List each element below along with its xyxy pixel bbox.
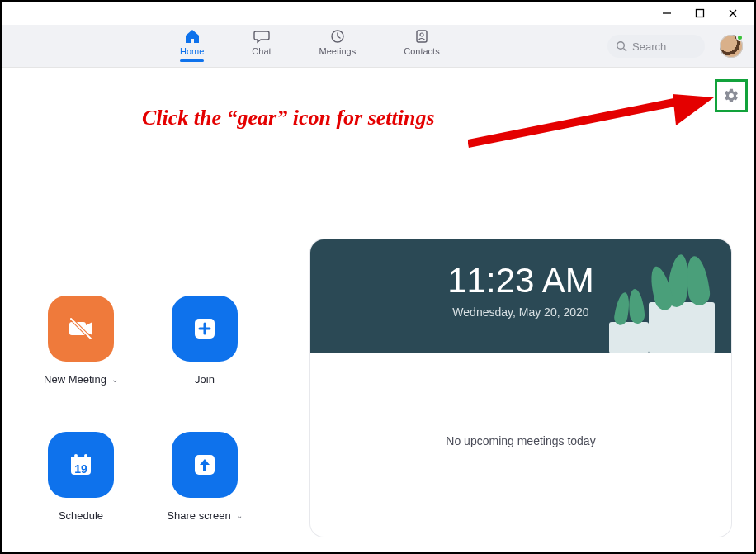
tab-label: Meetings: [319, 46, 357, 56]
calendar-day: 19: [74, 462, 87, 476]
presence-indicator: [736, 34, 744, 41]
schedule-button[interactable]: 19 Schedule: [31, 432, 130, 522]
action-label: Schedule: [59, 509, 103, 522]
gear-icon: [723, 88, 739, 104]
window-titlebar: [2, 2, 754, 25]
meetings-panel: 11:23 AM Wednesday, May 20, 2020 No upco…: [310, 239, 731, 537]
annotation-text: Click the “gear” icon for settings: [142, 106, 435, 130]
plus-icon: [172, 296, 238, 362]
home-actions: New Meeting ⌄ Join 19 Schedule: [31, 296, 254, 522]
calendar-icon: 19: [48, 432, 114, 498]
action-label: New Meeting: [44, 373, 106, 386]
action-label: Join: [195, 373, 215, 386]
main-content: Click the “gear” icon for settings New M…: [2, 68, 754, 552]
arrow-up-icon: [172, 432, 238, 498]
chevron-down-icon: ⌄: [111, 375, 118, 384]
chat-icon: [253, 28, 270, 45]
action-label: Share screen: [167, 509, 230, 522]
search-input[interactable]: Search: [607, 35, 705, 58]
window-minimize-button[interactable]: [650, 3, 683, 23]
tab-home[interactable]: Home: [175, 25, 209, 67]
window-maximize-button[interactable]: [683, 3, 716, 23]
svg-line-9: [468, 102, 674, 144]
search-placeholder: Search: [632, 40, 666, 53]
join-button[interactable]: Join: [155, 296, 254, 386]
svg-point-6: [420, 33, 423, 36]
maximize-icon: [695, 8, 705, 18]
home-icon: [184, 28, 201, 45]
current-time: 11:23 AM: [310, 239, 731, 301]
svg-line-8: [624, 49, 627, 52]
window-close-button[interactable]: [716, 3, 749, 23]
minimize-icon: [662, 8, 672, 18]
clock-banner: 11:23 AM Wednesday, May 20, 2020: [310, 239, 731, 353]
svg-rect-18: [71, 457, 91, 462]
svg-point-20: [84, 454, 87, 457]
tab-label: Chat: [252, 46, 271, 56]
tab-meetings[interactable]: Meetings: [314, 25, 361, 67]
tab-contacts[interactable]: Contacts: [399, 25, 444, 67]
video-off-icon: [48, 296, 114, 362]
current-date: Wednesday, May 20, 2020: [310, 305, 731, 319]
close-icon: [728, 8, 738, 18]
share-screen-button[interactable]: Share screen ⌄: [155, 432, 254, 522]
svg-point-7: [617, 42, 625, 50]
profile-avatar[interactable]: [720, 35, 743, 58]
annotation-arrow: [468, 94, 716, 160]
contacts-icon: [414, 28, 429, 45]
new-meeting-button[interactable]: New Meeting ⌄: [31, 296, 130, 386]
chevron-down-icon: ⌄: [236, 511, 243, 520]
tab-label: Contacts: [404, 46, 439, 56]
svg-marker-10: [673, 94, 714, 125]
settings-button[interactable]: [715, 79, 748, 112]
svg-rect-1: [697, 10, 704, 17]
nav-tabs: Home Chat Meetings Contacts: [175, 25, 445, 67]
no-meetings-text: No upcoming meetings today: [310, 353, 731, 447]
top-navbar: Home Chat Meetings Contacts Search: [2, 25, 754, 68]
tab-chat[interactable]: Chat: [247, 25, 276, 67]
clock-icon: [330, 28, 345, 45]
tab-label: Home: [180, 46, 204, 56]
search-icon: [616, 40, 627, 52]
svg-point-19: [74, 454, 78, 457]
